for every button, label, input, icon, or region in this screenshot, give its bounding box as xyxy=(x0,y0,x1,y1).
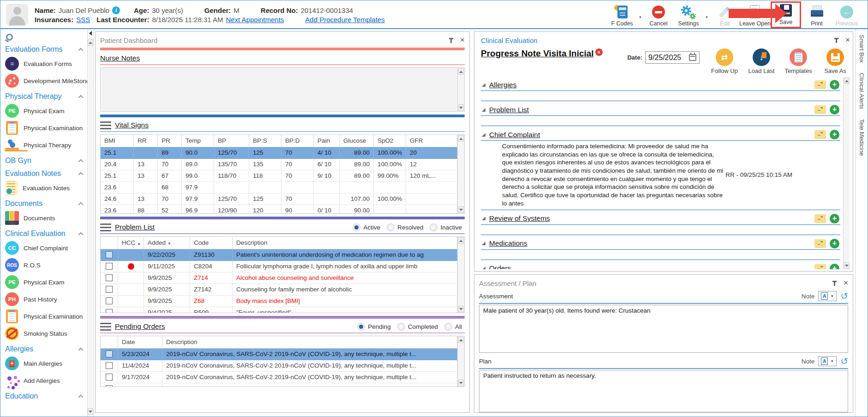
scroll-up-icon[interactable] xyxy=(844,78,850,84)
sections-scrollbar[interactable] xyxy=(843,77,850,269)
table-row[interactable] xyxy=(101,383,457,387)
menu-icon[interactable] xyxy=(100,323,111,331)
problem-list-header-row[interactable]: HCC▲Added▼CodeDescription xyxy=(101,237,457,249)
vital-signs-header-row[interactable]: BMIRRPRTempBPBP:SBP:DPainGlucoseSpO2GFR xyxy=(101,135,457,147)
insurances-link[interactable]: SSS xyxy=(76,16,90,24)
note-type-dropdown[interactable]: A▼ xyxy=(818,291,837,301)
section-label[interactable]: Medications xyxy=(489,239,527,248)
add-icon[interactable]: + xyxy=(830,239,839,248)
row-checkbox[interactable] xyxy=(106,274,113,281)
quote-note-icon[interactable]: ..” xyxy=(814,264,826,270)
collapse-icon[interactable] xyxy=(482,83,485,87)
section-label[interactable]: Chief Complaint xyxy=(489,131,540,139)
templates-button[interactable]: Templates xyxy=(784,48,813,74)
side-tab-tele-medicine[interactable]: Tele Medicine xyxy=(858,119,865,156)
row-checkbox[interactable] xyxy=(106,374,113,381)
problem-list-scrollbar[interactable] xyxy=(457,237,464,313)
sidebar-item-main-allergies[interactable]: Main Allergies xyxy=(5,357,87,370)
sidebar-item-past-history[interactable]: PHPast History xyxy=(5,292,87,306)
quote-note-icon[interactable]: ..” xyxy=(814,105,826,114)
sidebar-item-physical-examination[interactable]: Physical Examination xyxy=(5,121,87,135)
menu-icon[interactable] xyxy=(100,121,111,129)
column-header[interactable]: BMI xyxy=(101,135,134,147)
sidebar-group-ob-gyn[interactable]: OB Gyn xyxy=(5,157,86,165)
column-header[interactable]: Temp xyxy=(182,135,214,147)
column-header[interactable]: Added▼ xyxy=(144,237,190,249)
scroll-up-icon[interactable] xyxy=(458,337,464,343)
section-label[interactable]: Orders xyxy=(489,264,511,269)
side-tab-smart-box[interactable]: Smart Box xyxy=(858,35,865,63)
column-header[interactable]: GFR xyxy=(406,135,457,147)
scroll-up-icon[interactable] xyxy=(88,39,93,46)
side-tab-clinical-alerts[interactable]: Clinical Alerts xyxy=(858,73,865,109)
sidebar-item-smoking-status[interactable]: Smoking Status xyxy=(5,326,87,340)
column-header[interactable]: SpO2 xyxy=(374,135,406,147)
patient-info-icon[interactable]: i xyxy=(112,6,120,14)
pin-icon[interactable] xyxy=(834,37,839,43)
quote-note-icon[interactable]: ..” xyxy=(814,130,826,139)
add-icon[interactable]: + xyxy=(830,130,839,139)
scroll-up-icon[interactable] xyxy=(458,135,464,142)
column-header[interactable]: BP:D xyxy=(281,135,314,147)
section-body[interactable] xyxy=(481,250,840,260)
quote-note-icon[interactable]: ..” xyxy=(814,239,826,248)
row-checkbox[interactable] xyxy=(106,251,113,258)
table-row[interactable]: 9/11/2025C8204Follicular lymphoma grade … xyxy=(101,261,457,272)
plan-textarea[interactable]: Patient instructed to return as necessar… xyxy=(479,370,848,412)
sidebar-group-documents[interactable]: Documents xyxy=(5,199,86,208)
dropdown-caret-icon[interactable]: ▼ xyxy=(638,6,643,28)
close-icon[interactable]: × xyxy=(845,37,850,43)
close-icon[interactable]: × xyxy=(460,37,465,43)
table-row[interactable]: 9/17/20242019-nCoV Coronavirus, SARS-CoV… xyxy=(101,372,457,383)
sidebar-item-physical-exam[interactable]: PEPhysical Exam xyxy=(5,104,87,118)
scroll-down-icon[interactable] xyxy=(458,206,464,213)
add-procedure-templates-link[interactable]: Add Procedure Templates xyxy=(305,16,384,24)
problem-list-radio-inactive[interactable]: Inactive xyxy=(430,224,462,231)
column-header[interactable]: PR xyxy=(158,135,182,147)
table-row[interactable]: 25.1136799.0118/70118709/ 1089.0099.00%1… xyxy=(101,170,457,182)
column-header[interactable] xyxy=(101,336,118,349)
table-row[interactable]: 9/4/2025R509"Fever, unspecified" xyxy=(101,307,457,313)
scroll-down-icon[interactable] xyxy=(844,262,850,269)
section-label[interactable]: Problem List xyxy=(489,106,529,114)
section-body[interactable]: Consentimiento informado para telemedici… xyxy=(481,141,840,210)
pending-orders-header-row[interactable]: DateDescription xyxy=(101,336,457,349)
table-row[interactable]: 25.18990.0125/70125704/ 1089.00100.00%20 xyxy=(101,147,457,159)
sidebar-scrollbar[interactable] xyxy=(87,29,94,417)
row-checkbox[interactable] xyxy=(106,263,113,270)
table-row[interactable]: 9/9/2025Z7142Counseling for family membe… xyxy=(101,284,457,296)
pin-icon[interactable] xyxy=(832,280,837,286)
sidebar-item-add-allergies[interactable]: Add Allergies xyxy=(5,374,87,387)
sidebar-group-allergies[interactable]: Allergies xyxy=(5,345,86,353)
settings-button[interactable]: Settings xyxy=(674,1,703,28)
pending-orders-radio-all[interactable]: All xyxy=(444,323,462,331)
table-row[interactable]: 11/4/20242019-nCoV Coronavirus, SARS-CoV… xyxy=(101,360,457,372)
column-header[interactable]: Date xyxy=(118,336,162,349)
table-row[interactable]: 20.4137089.0135/70135706/ 1089.00100.00%… xyxy=(101,159,457,170)
calendar-icon[interactable] xyxy=(689,54,696,61)
sidebar-item-physical-exam[interactable]: PEPhysical Exam xyxy=(5,275,87,289)
collapse-sidebar-icon[interactable] xyxy=(89,31,92,36)
scroll-down-icon[interactable] xyxy=(458,380,464,386)
add-icon[interactable]: + xyxy=(830,264,839,270)
section-label[interactable]: Allergies xyxy=(489,81,516,89)
column-header[interactable]: Pain xyxy=(314,135,340,147)
pin-icon[interactable] xyxy=(449,37,454,43)
cancel-button[interactable]: Cancel xyxy=(644,1,673,28)
table-row[interactable]: 9/22/2025Z91130Patient's unintentional u… xyxy=(101,249,457,261)
add-icon[interactable]: + xyxy=(830,105,839,115)
pending-orders-scrollbar[interactable] xyxy=(457,336,464,387)
note-type-dropdown[interactable]: A▼ xyxy=(818,356,837,366)
section-body[interactable] xyxy=(481,225,840,235)
table-row[interactable]: 9/9/2025Z714Alcohol abuse counseling and… xyxy=(101,272,457,284)
collapse-icon[interactable] xyxy=(482,133,485,137)
f-codes-button[interactable]: F Codes xyxy=(608,1,636,28)
print-button[interactable]: Print xyxy=(802,1,831,28)
sidebar-group-physical-therapy[interactable]: Physical Therapy xyxy=(5,92,86,101)
problem-list-radio-resolved[interactable]: Resolved xyxy=(387,224,423,231)
scroll-up-icon[interactable] xyxy=(458,237,464,244)
quote-note-icon[interactable]: ..” xyxy=(814,214,826,223)
pending-orders-radio-completed[interactable]: Completed xyxy=(397,323,438,331)
follow-up-button[interactable]: Follow Up xyxy=(710,48,739,74)
close-icon[interactable]: × xyxy=(844,280,848,286)
